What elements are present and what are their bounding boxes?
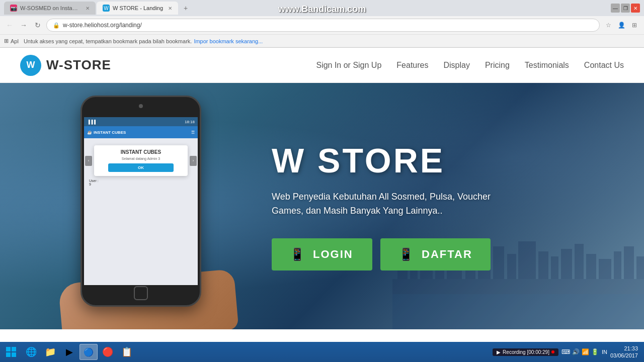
tray-clock: 21:33	[624, 345, 638, 352]
website-area: W W-STORE Sign In or Sign Up Features Di…	[0, 48, 644, 329]
taskbar-chrome[interactable]: 🔵	[79, 344, 98, 360]
phone-time: 18:18	[185, 120, 195, 124]
login-button[interactable]: 📱 LOGIN	[272, 238, 372, 270]
windows-logo	[5, 346, 17, 358]
apps-button[interactable]: ⊞	[4, 38, 9, 44]
close-button[interactable]: ✕	[631, 4, 640, 13]
lock-icon: 🔒	[53, 22, 60, 29]
phone-modal-title: INSTANT CUBES	[98, 149, 184, 155]
tab2-close[interactable]: ✕	[168, 6, 172, 11]
login-phone-icon: 📱	[290, 247, 306, 261]
svg-rect-10	[518, 241, 536, 279]
window-controls: — ❐ ✕	[611, 4, 640, 13]
nav-display[interactable]: Display	[443, 61, 469, 70]
minimize-button[interactable]: —	[611, 4, 620, 13]
phone-device: ▐▐▐ 18:18 ☕ INSTANT CUBES ☰	[80, 96, 201, 307]
tab1-label: W-SOSMED on Instagra...	[20, 5, 80, 11]
tab1-favicon: 📷	[10, 5, 17, 12]
new-tab-button[interactable]: +	[179, 2, 192, 15]
phone-screen: ▐▐▐ 18:18 ☕ INSTANT CUBES ☰	[84, 117, 198, 285]
phone-user-label: User :	[89, 179, 193, 183]
site-navigation: W W-STORE Sign In or Sign Up Features Di…	[0, 48, 644, 83]
system-tray: ▶ Recording [00:00:29] ⌨ 🔊 📶 🔋 IN 21:33 …	[493, 345, 642, 359]
tray-icons: ⌨ 🔊 📶 🔋	[561, 348, 599, 355]
daftar-button[interactable]: 📱 DAFTAR	[380, 238, 491, 270]
phone-modal-text: Selamat datang Admin 3	[98, 157, 184, 160]
recording-badge: ▶ Recording [00:00:29]	[493, 348, 558, 356]
phone-hand: ▐▐▐ 18:18 ☕ INSTANT CUBES ☰	[50, 96, 242, 327]
tray-volume[interactable]: 🔊	[572, 348, 580, 355]
phone-user-info: User : 9	[85, 177, 197, 188]
svg-rect-19	[636, 256, 644, 279]
maximize-button[interactable]: ❐	[621, 4, 630, 13]
nav-contact[interactable]: Contact Us	[584, 61, 624, 70]
phone-next-arrow[interactable]: ›	[190, 156, 197, 166]
hero-buttons: 📱 LOGIN 📱 DAFTAR	[272, 238, 503, 270]
phone-user-value: 9	[89, 183, 193, 186]
hero-text: W STORE Web Penyedia Kebutuhan All Sosme…	[272, 142, 503, 270]
import-bookmark-link[interactable]: Impor bookmark sekarang...	[194, 38, 263, 44]
phone-camera	[139, 104, 143, 108]
site-logo[interactable]: W W-STORE	[20, 55, 111, 76]
svg-rect-20	[392, 294, 644, 329]
user-profile-icon[interactable]: 👤	[616, 20, 627, 31]
nav-features[interactable]: Features	[396, 61, 428, 70]
browser-tabs: 📷 W-SOSMED on Instagra... ✕ W W STORE - …	[4, 2, 192, 15]
recording-text: Recording [00:00:29]	[503, 349, 549, 355]
extensions-icon[interactable]: ⊞	[629, 20, 640, 31]
start-button[interactable]	[2, 344, 20, 360]
address-bar[interactable]: 🔒 w-store.heliohost.org/landing/	[46, 19, 600, 32]
svg-rect-23	[6, 352, 11, 357]
taskbar-unknown2[interactable]: 📋	[118, 344, 136, 360]
taskbar-apps: 🌐 📁 ▶ 🔵 🔴 📋	[22, 344, 136, 360]
taskbar-explorer[interactable]: 📁	[41, 344, 59, 360]
phone-home-button[interactable]	[134, 286, 148, 300]
phone-menu-icon: ☰	[191, 130, 195, 135]
daftar-phone-icon: 📱	[398, 247, 415, 261]
svg-rect-17	[614, 251, 621, 279]
site-nav-links: Sign In or Sign Up Features Display Pric…	[316, 61, 624, 70]
phone-prev-arrow[interactable]: ‹	[85, 156, 92, 166]
recording-icon: ▶	[497, 349, 501, 355]
nav-pricing[interactable]: Pricing	[485, 61, 510, 70]
phone-container: ▐▐▐ 18:18 ☕ INSTANT CUBES ☰	[50, 96, 242, 327]
apps-label: Apl	[11, 38, 19, 44]
tray-date: 03/06/2017	[610, 352, 638, 359]
tray-time[interactable]: 21:33 03/06/2017	[610, 345, 638, 359]
phone-modal: INSTANT CUBES Selamat datang Admin 3 OK	[94, 145, 188, 176]
phone-status-bar: ▐▐▐ 18:18	[84, 117, 198, 126]
phone-app-name: ☕ INSTANT CUBES	[87, 130, 126, 135]
svg-rect-18	[624, 246, 634, 279]
tab1-close[interactable]: ✕	[86, 6, 90, 11]
nav-testimonials[interactable]: Testimonials	[525, 61, 569, 70]
hero-title: W STORE	[272, 142, 503, 179]
hero-section: ▐▐▐ 18:18 ☕ INSTANT CUBES ☰	[0, 83, 644, 329]
daftar-label: DAFTAR	[422, 248, 472, 261]
logo-text: W-STORE	[46, 57, 111, 73]
logo-icon: W	[20, 55, 41, 76]
bookmark-hint-text: Untuk akses yang cepat, tempatkan bookma…	[24, 38, 192, 44]
tab2-favicon: W	[103, 5, 110, 12]
svg-rect-12	[551, 256, 558, 279]
svg-rect-15	[586, 254, 596, 279]
nav-sign-in[interactable]: Sign In or Sign Up	[316, 61, 381, 70]
phone-app-header: ☕ INSTANT CUBES ☰	[84, 126, 198, 138]
taskbar-unknown1[interactable]: 🔴	[99, 344, 117, 360]
taskbar-media[interactable]: ▶	[60, 344, 78, 360]
browser-nav-bar: ← → ↻ 🔒 w-store.heliohost.org/landing/ ☆…	[0, 16, 644, 34]
tab2-label: W STORE - Landing	[113, 5, 163, 11]
input-indicator: IN	[602, 349, 607, 355]
recording-dot	[551, 350, 554, 353]
bookmark-icon[interactable]: ☆	[603, 20, 614, 31]
tray-network[interactable]: 📶	[582, 348, 589, 355]
forward-button[interactable]: →	[18, 20, 29, 31]
svg-rect-22	[12, 347, 16, 351]
back-button[interactable]: ←	[4, 20, 15, 31]
browser-chrome: 📷 W-SOSMED on Instagra... ✕ W W STORE - …	[0, 0, 644, 48]
reload-button[interactable]: ↻	[32, 20, 43, 31]
browser-tab-2[interactable]: W W STORE - Landing ✕	[97, 2, 178, 15]
svg-rect-14	[575, 244, 584, 279]
phone-modal-ok-button[interactable]: OK	[108, 163, 174, 172]
taskbar-ie[interactable]: 🌐	[22, 344, 40, 360]
browser-tab-1[interactable]: 📷 W-SOSMED on Instagra... ✕	[4, 2, 96, 15]
